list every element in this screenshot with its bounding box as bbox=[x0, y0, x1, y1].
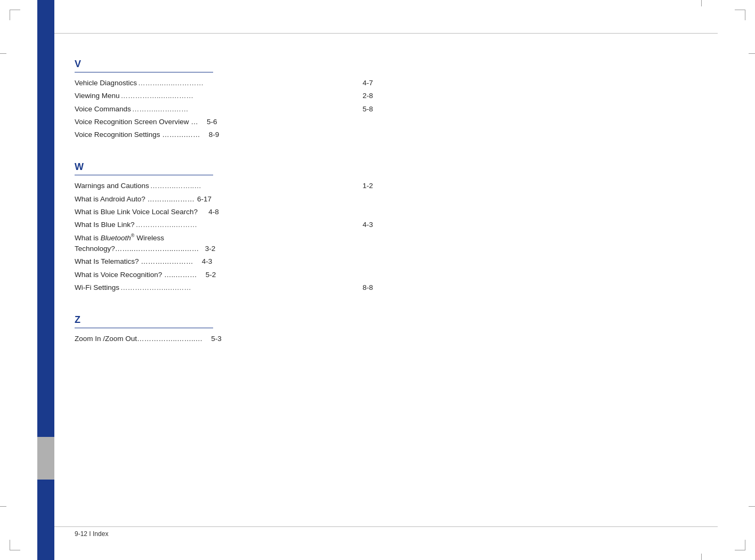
entry-page: 1-2 bbox=[358, 181, 373, 191]
section-header-Z: Z bbox=[75, 314, 373, 328]
index-entries-Z: Zoom In /Zoom Out……………..……..… 5-3 bbox=[75, 334, 373, 344]
entry-label: Zoom In /Zoom Out……………..……..… bbox=[75, 334, 205, 344]
sidebar-blue-top bbox=[37, 0, 54, 437]
entry-page: 3-2 bbox=[205, 245, 216, 253]
bluetooth-label: Bluetooth bbox=[101, 234, 131, 242]
tick-mark bbox=[749, 506, 755, 507]
section-V: V Vehicle Diagnostics ………..…..………… 4-7 V… bbox=[75, 59, 373, 140]
entry-page: 4-3 bbox=[197, 256, 212, 267]
tick-mark bbox=[0, 53, 6, 54]
list-item: What is Voice Recognition? …..……… 5-2 bbox=[75, 270, 373, 280]
entry-dots: ……………..…..……… bbox=[120, 91, 356, 101]
entry-page: 2-8 bbox=[358, 91, 373, 101]
main-content: V Vehicle Diagnostics ………..…..………… 4-7 V… bbox=[75, 59, 373, 366]
section-letter-Z: Z bbox=[75, 314, 373, 326]
list-item: What Is Blue Link? ……………..……… 4-3 bbox=[75, 220, 373, 230]
entry-page: 5-8 bbox=[358, 104, 373, 115]
entry-page: 4-3 bbox=[358, 220, 373, 230]
section-letter-W: W bbox=[75, 161, 373, 173]
index-entries-V: Vehicle Diagnostics ………..…..………… 4-7 Vie… bbox=[75, 78, 373, 140]
list-item: What is Bluetooth® WirelessTechnology?……… bbox=[75, 232, 373, 254]
entry-label: Wi-Fi Settings bbox=[75, 282, 119, 293]
entry-page: 8-8 bbox=[358, 282, 373, 293]
tick-mark bbox=[701, 554, 702, 560]
entry-label: What is Blue Link Voice Local Search? bbox=[75, 207, 202, 217]
section-divider-V bbox=[75, 72, 213, 72]
entry-label: Voice Commands bbox=[75, 104, 131, 115]
entry-label: Warnings and Cautions bbox=[75, 181, 149, 191]
entry-label: Viewing Menu bbox=[75, 91, 120, 101]
entry-dots: ……………..……… bbox=[135, 220, 356, 230]
entry-page: 5-3 bbox=[207, 334, 222, 344]
list-item: Voice Recognition Screen Overview … 5-6 bbox=[75, 117, 373, 127]
section-W: W Warnings and Cautions ………..……..… 1-2 W… bbox=[75, 161, 373, 293]
entry-dots: ………………..….…… bbox=[119, 282, 356, 293]
corner-mark-tl bbox=[10, 10, 20, 20]
entry-page: 5-6 bbox=[202, 117, 217, 127]
entry-page: 4-7 bbox=[358, 78, 373, 88]
top-rule bbox=[37, 33, 718, 34]
section-Z: Z Zoom In /Zoom Out……………..……..… 5-3 bbox=[75, 314, 373, 344]
list-item: What Is Telematics? ……….………… 4-3 bbox=[75, 256, 373, 267]
index-entries-W: Warnings and Cautions ………..……..… 1-2 Wha… bbox=[75, 181, 373, 293]
footer-text: 9-12 I Index bbox=[75, 530, 108, 538]
corner-mark-bl bbox=[10, 540, 20, 550]
tick-mark bbox=[701, 0, 702, 6]
entry-label: What is Voice Recognition? …..……… bbox=[75, 270, 199, 280]
section-divider-Z bbox=[75, 328, 213, 328]
entry-label: Voice Recognition Settings ……….…… bbox=[75, 129, 202, 140]
tick-mark bbox=[749, 53, 755, 54]
list-item: Voice Commands ………..…….…… 5-8 bbox=[75, 104, 373, 115]
list-item: Warnings and Cautions ………..……..… 1-2 bbox=[75, 181, 373, 191]
entry-label: Voice Recognition Screen Overview … bbox=[75, 117, 200, 127]
list-item: Wi-Fi Settings ………………..….…… 8-8 bbox=[75, 282, 373, 293]
list-item: Zoom In /Zoom Out……………..……..… 5-3 bbox=[75, 334, 373, 344]
corner-mark-br bbox=[735, 540, 745, 550]
sidebar-blue-bottom bbox=[37, 480, 54, 560]
sidebar bbox=[37, 0, 54, 560]
list-item: Vehicle Diagnostics ………..…..………… 4-7 bbox=[75, 78, 373, 88]
list-item: Viewing Menu ……………..…..……… 2-8 bbox=[75, 91, 373, 101]
entry-label: What is Bluetooth® WirelessTechnology?……… bbox=[75, 232, 373, 254]
entry-page: 4-8 bbox=[204, 207, 219, 217]
section-divider-W bbox=[75, 175, 213, 175]
entry-label: What Is Telematics? ……….………… bbox=[75, 256, 195, 267]
entry-dots: ………..…….…… bbox=[131, 104, 356, 115]
entry-page: 6-17 bbox=[197, 194, 212, 205]
corner-mark-tr bbox=[735, 10, 745, 20]
entry-label: Vehicle Diagnostics bbox=[75, 78, 137, 88]
entry-page: 5-2 bbox=[201, 270, 216, 280]
section-header-W: W bbox=[75, 161, 373, 175]
list-item: What is Blue Link Voice Local Search? 4-… bbox=[75, 207, 373, 217]
entry-page: 8-9 bbox=[204, 129, 219, 140]
sidebar-gray bbox=[37, 437, 54, 480]
tick-mark bbox=[0, 506, 6, 507]
section-letter-V: V bbox=[75, 59, 373, 70]
list-item: Voice Recognition Settings ……….…… 8-9 bbox=[75, 129, 373, 140]
bottom-rule bbox=[37, 526, 718, 527]
page-footer: 9-12 I Index bbox=[75, 530, 108, 538]
section-header-V: V bbox=[75, 59, 373, 72]
entry-label: What is Android Auto? ………..……… bbox=[75, 194, 194, 205]
entry-dots: ………..…..………… bbox=[137, 78, 356, 88]
entry-label: What Is Blue Link? bbox=[75, 220, 135, 230]
entry-dots: ………..……..… bbox=[149, 181, 356, 191]
list-item: What is Android Auto? ………..……… 6-17 bbox=[75, 194, 373, 205]
